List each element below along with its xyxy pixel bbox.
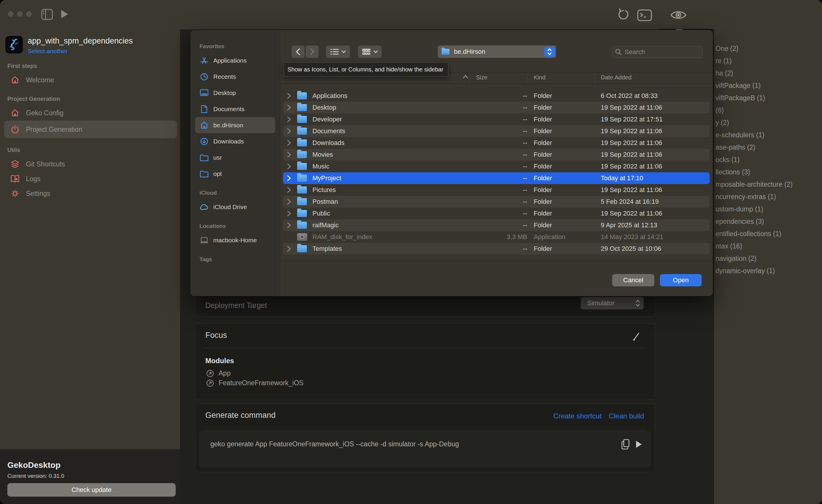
dependency-item[interactable]: entified-collections (1) [714,228,822,240]
select-updown-icon [636,299,640,307]
eye-icon[interactable] [670,10,687,20]
favorites-item-label: macbook-Home [213,237,257,244]
dependency-item[interactable]: llections (3) [714,166,822,178]
dependency-item[interactable]: dynamic-overlay (1) [714,265,822,277]
search-input[interactable] [624,48,693,56]
table-row[interactable]: Public--Folder19 Sep 2022 at 11:06 [283,208,710,219]
table-row[interactable]: Desktop--Folder19 Sep 2022 at 11:06 [283,102,710,114]
chevron-right-icon[interactable] [283,105,297,111]
folder-icon [297,92,313,99]
favorites-item-documents[interactable]: Documents [195,101,275,117]
chevron-right-icon[interactable] [283,222,297,228]
chevron-right-icon[interactable] [283,211,297,216]
dependency-item[interactable]: (6) [714,104,822,116]
table-row[interactable]: Pictures--Folder19 Sep 2022 at 11:06 [283,184,710,196]
select-another-link[interactable]: Select another [28,48,133,55]
clock-icon [200,73,209,81]
dependency-item[interactable]: viftPackageB (1) [714,92,822,104]
favorites-item-icloud-drive[interactable]: iCloud Drive [195,199,275,215]
favorites-item-desktop[interactable]: Desktop [195,85,275,101]
search-field[interactable] [612,46,703,58]
dependency-item[interactable]: ncurrency-extras (1) [714,191,822,203]
dependency-item[interactable]: ocks (1) [714,153,822,166]
deployment-target-select[interactable]: Simulator [581,297,644,309]
column-divider[interactable] [595,74,595,83]
list-view-button[interactable] [326,46,350,58]
sort-caret-icon[interactable] [462,75,468,79]
table-row[interactable]: raifMagic--Folder9 Apr 2025 at 12:13 [283,219,710,231]
link-create-shortcut[interactable]: Create shortcut [553,412,601,420]
check-update-button[interactable]: Check update [7,483,175,497]
grid-view-button[interactable] [358,46,382,58]
chevron-right-icon[interactable] [283,187,297,193]
dependency-item[interactable]: ase-paths (2) [714,141,822,153]
dependency-item[interactable]: ha (2) [714,67,822,79]
favorites-item-downloads[interactable]: Downloads [195,133,275,149]
dependency-item[interactable]: mposable-architecture (2) [714,178,822,191]
dependency-item[interactable]: ntax (16) [714,240,822,252]
favorites-item-recents[interactable]: Recents [195,69,275,85]
file-size: -- [492,92,527,100]
chevron-right-icon[interactable] [283,128,297,134]
dependency-item[interactable]: y (2) [714,116,822,129]
column-divider[interactable] [527,74,527,83]
favorites-item-applications[interactable]: Applications [195,52,275,69]
table-row[interactable]: Music--Folder19 Sep 2022 at 11:06 [283,161,710,172]
favorites-item-macbook-home[interactable]: macbook-Home [195,232,275,248]
dependency-item[interactable]: ustom-dump (1) [714,203,822,215]
chevron-right-icon[interactable] [283,152,297,158]
open-button[interactable]: Open [660,274,702,286]
table-row[interactable]: MyProject--FolderToday at 17:10 [283,172,710,184]
chevron-right-icon[interactable] [283,163,297,169]
sidebar-item-welcome[interactable]: Welcome [4,73,177,87]
location-dropdown[interactable]: be.dHirson [438,46,556,58]
table-row[interactable]: Downloads--Folder19 Sep 2022 at 11:06 [283,137,710,149]
table-row[interactable]: RAM_disk_for_index3,3 MBApplication14 Ma… [283,231,710,243]
disk-icon [297,233,313,241]
chevron-right-icon[interactable] [283,199,297,205]
favorites-item-usr[interactable]: usr [195,149,275,166]
dependency-item[interactable]: One (2) [714,42,822,55]
dependency-item[interactable]: re (1) [714,55,822,67]
column-header-date[interactable]: Date Added [601,74,632,81]
sidebar-item-logs[interactable]: Logs [4,172,177,186]
file-kind: Folder [534,198,552,206]
table-row[interactable]: Documents--Folder19 Sep 2022 at 11:06 [283,125,710,137]
sidebar-item-settings[interactable]: Settings [4,186,177,201]
terminal-icon[interactable] [637,9,652,21]
dependency-item[interactable]: viftPackage (1) [714,79,822,92]
dependency-item[interactable]: e-schedulers (1) [714,129,822,141]
dependency-item[interactable]: ependencies (3) [714,215,822,228]
chevron-right-icon[interactable] [283,116,297,122]
favorites-item-opt[interactable]: opt [195,166,275,182]
chevron-right-icon[interactable] [283,246,297,252]
column-header-kind[interactable]: Kind [534,74,545,81]
favorites-item-label: iCloud Drive [213,203,247,211]
table-row[interactable]: Developer--Folder19 Sep 2022 at 17:51 [283,114,710,125]
edit-pencil-icon[interactable] [632,332,641,341]
folder-icon [297,151,313,158]
sidebar-item-project-generation[interactable]: Project Generation [4,121,177,138]
table-row[interactable]: Postman--Folder5 Feb 2024 at 16:19 [283,196,710,208]
table-row[interactable]: Templates--Folder29 Oct 2025 at 10:06 [283,243,710,255]
sidebar-item-git-shortcuts[interactable]: Git Shortcuts [4,157,177,171]
copy-icon[interactable] [622,439,630,450]
sidebar-item-geko-config[interactable]: Geko Config [4,106,177,120]
file-date: 19 Sep 2022 at 11:06 [601,139,662,147]
run-command-icon[interactable] [636,440,642,448]
forward-button[interactable] [306,46,319,58]
table-row[interactable]: Movies--Folder19 Sep 2022 at 11:06 [283,149,710,161]
reload-icon[interactable] [616,8,629,21]
link-clean-build[interactable]: Clean build [609,412,644,420]
cancel-button[interactable]: Cancel [612,274,654,286]
chevron-right-icon[interactable] [283,140,297,146]
chevron-right-icon[interactable] [283,175,297,181]
back-button[interactable] [292,46,305,58]
chevron-right-icon[interactable] [283,93,297,99]
column-header-size[interactable]: Size [476,74,487,81]
table-row[interactable]: Applications--Folder6 Oct 2022 at 08:33 [283,90,710,102]
favorites-section-label: Favorites [190,43,280,50]
favorites-item-be-dhirson[interactable]: be.dHirson [195,117,275,133]
file-date: 19 Sep 2022 at 11:06 [601,210,662,217]
dependency-item[interactable]: navigation (2) [714,252,822,265]
